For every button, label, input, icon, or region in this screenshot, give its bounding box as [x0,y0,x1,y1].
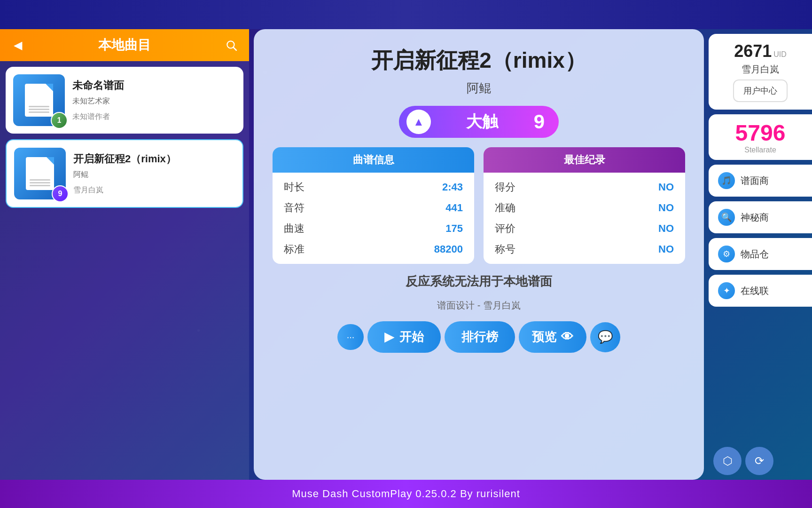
reaction-notice: 反应系统无法用于本地谱面 [406,273,552,290]
center-panel: 开启新征程2（rimix） 阿鲲 ▲ 大触 9 曲谱信息 时长 2:43 音符 … [254,29,704,480]
mystery-shop-icon: 🔍 [718,209,735,226]
accuracy-label: 准确 [495,201,515,215]
difficulty-badge: 1 [51,112,68,129]
info-row-standard: 标准 88200 [284,242,463,256]
search-button[interactable] [223,37,240,54]
inventory-button[interactable]: ⚙ 物品仓 [709,238,812,270]
info-row-title: 称号 NO [495,242,674,256]
rating-label: 评价 [495,222,515,236]
mystery-shop-button[interactable]: 🔍 神秘商 [709,201,812,233]
info-row-rating: 评价 NO [495,222,674,236]
preview-label: 预览 [532,329,556,345]
best-record-header: 最佳纪录 [484,147,685,173]
song-icon [26,157,54,190]
rank-button[interactable]: 排行榜 [445,321,515,353]
song-name: 未命名谱面 [72,79,236,93]
chat-button[interactable]: 💬 [590,322,620,352]
standard-value: 88200 [434,243,463,255]
best-record-card: 最佳纪录 得分 NO 准确 NO 评价 NO 称号 NO [484,147,685,264]
mystery-shop-label: 神秘商 [741,211,769,224]
chart-info-card: 曲谱信息 时长 2:43 音符 441 曲速 175 标准 88200 [273,147,474,264]
bottom-icon-1[interactable]: ⬡ [713,447,742,475]
bpm-label: 曲速 [284,222,304,236]
start-label: 开始 [399,329,424,345]
rating-value: NO [658,222,674,235]
score-label: 得分 [495,180,515,194]
info-row-notes: 音符 441 [284,201,463,215]
duration-label: 时长 [284,180,304,194]
difficulty-level: 9 [534,111,545,133]
designer-text: 谱面设计 - 雪月白岚 [437,299,521,312]
left-panel: ◀ 本地曲目 1 未命名谱面 未知艺术家 未知谱作者 9 [0,29,249,480]
version-text: Muse Dash CustomPlay 0.25.0.2 By rurisil… [292,488,520,500]
inventory-icon: ⚙ [718,246,735,262]
stellarate-card: 5796 Stellarate [709,114,812,160]
notes-label: 音符 [284,201,304,215]
preview-button[interactable]: 预览 👁 [519,321,586,353]
best-record-title: 最佳纪录 [493,153,676,167]
info-row-score: 得分 NO [495,180,674,194]
song-list: 1 未命名谱面 未知艺术家 未知谱作者 9 开启新征程2（rimix） 阿鲲 雪… [0,61,249,480]
title-label: 称号 [495,242,515,256]
bottom-icon-bar: ⬡ ⟳ [709,447,812,475]
uid-label: UID [773,50,787,59]
difficulty-name: 大触 [440,111,524,133]
bottom-icon-2[interactable]: ⟳ [745,447,773,475]
song-info: 未命名谱面 未知艺术家 未知谱作者 [72,79,236,122]
song-item[interactable]: 1 未命名谱面 未知艺术家 未知谱作者 [6,67,243,134]
song-thumbnail: 9 [14,148,66,199]
info-row-duration: 时长 2:43 [284,180,463,194]
song-thumbnail: 1 [13,74,65,126]
song-icon [25,84,53,117]
standard-label: 标准 [284,242,304,256]
main-song-artist: 阿鲲 [467,80,491,96]
song-artist: 阿鲲 [73,170,235,180]
online-label: 在线联 [741,285,769,297]
best-record-body: 得分 NO 准确 NO 评价 NO 称号 NO [484,173,685,264]
inventory-label: 物品仓 [741,248,769,261]
difficulty-badge: 9 [52,185,69,202]
user-name: 雪月白岚 [742,63,779,76]
action-bar: ··· ▶ 开始 排行榜 预览 👁 💬 [273,321,685,353]
user-id: 2671 [734,41,772,61]
right-panel: 2671 UID 雪月白岚 用户中心 5796 Stellarate 🎵 谱面商… [709,29,812,480]
stellarate-label: Stellarate [744,146,776,154]
back-button[interactable]: ◀ [9,37,26,54]
info-row-bpm: 曲速 175 [284,222,463,236]
accuracy-value: NO [658,202,674,214]
chart-info-body: 时长 2:43 音符 441 曲速 175 标准 88200 [273,173,474,264]
bpm-value: 175 [445,222,463,235]
main-song-title: 开启新征程2（rimix） [371,46,586,75]
chart-shop-button[interactable]: 🎵 谱面商 [709,165,812,197]
more-button[interactable]: ··· [337,324,364,350]
song-artist: 未知艺术家 [72,96,236,106]
panel-header: ◀ 本地曲目 [0,29,249,61]
song-author: 雪月白岚 [73,185,235,195]
svg-line-1 [234,48,236,50]
online-button[interactable]: ✦ 在线联 [709,275,812,307]
user-card: 2671 UID 雪月白岚 用户中心 [709,34,812,110]
difficulty-pill: ▲ 大触 9 [399,106,559,138]
user-center-button[interactable]: 用户中心 [733,79,788,102]
online-icon: ✦ [718,282,735,299]
chat-icon: 💬 [598,330,613,344]
top-bar [0,0,812,29]
chart-info-header: 曲谱信息 [273,147,474,173]
info-row-accuracy: 准确 NO [495,201,674,215]
info-grid: 曲谱信息 时长 2:43 音符 441 曲速 175 标准 88200 [273,147,685,264]
stellarate-value: 5796 [735,120,786,146]
song-author: 未知谱作者 [72,112,236,122]
notes-value: 441 [445,202,463,214]
start-button[interactable]: ▶ 开始 [367,321,441,353]
duration-value: 2:43 [442,181,463,193]
song-item[interactable]: 9 开启新征程2（rimix） 阿鲲 雪月白岚 [6,139,243,208]
eye-icon: 👁 [561,330,573,344]
play-icon: ▶ [384,330,394,344]
title-value: NO [658,243,674,255]
song-info: 开启新征程2（rimix） 阿鲲 雪月白岚 [73,152,235,195]
panel-title: 本地曲目 [26,36,223,54]
chart-shop-icon: 🎵 [718,172,735,189]
bottom-bar: Muse Dash CustomPlay 0.25.0.2 By rurisil… [0,480,812,508]
difficulty-icon: ▲ [406,110,431,134]
chart-info-title: 曲谱信息 [282,153,465,167]
